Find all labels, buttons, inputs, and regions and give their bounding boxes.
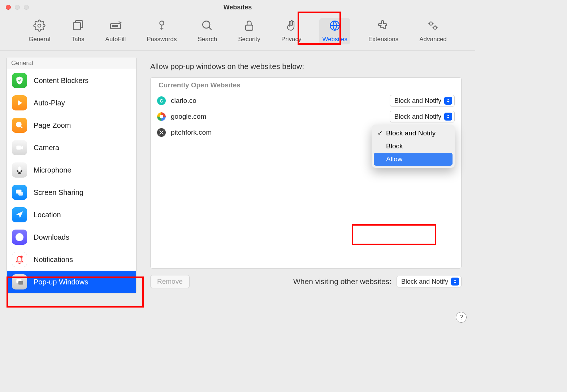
tab-label: Security — [238, 36, 260, 43]
preferences-toolbar: General Tabs AutoFill Passwords Search S… — [0, 14, 475, 51]
sidebar-item-notifications[interactable]: Notifications — [7, 248, 136, 271]
dropdown-option-block-notify[interactable]: Block and Notify — [374, 127, 453, 140]
dropdown-option-block[interactable]: Block — [374, 140, 453, 153]
download-icon — [12, 230, 27, 245]
select-value: Block and Notify — [394, 113, 441, 121]
gear-icon — [33, 19, 46, 34]
help-button[interactable]: ? — [456, 312, 467, 323]
sidebar-item-auto-play[interactable]: Auto-Play — [7, 92, 136, 114]
tab-security[interactable]: Security — [235, 18, 263, 44]
sidebar-item-label: Camera — [34, 144, 59, 152]
site-setting-select[interactable]: Block and Notify — [390, 95, 455, 106]
sidebar-item-downloads[interactable]: Downloads — [7, 226, 136, 248]
panel-heading: Allow pop-up windows on the websites bel… — [143, 57, 469, 77]
tab-advanced[interactable]: Advanced — [416, 18, 450, 44]
site-domain: clario.co — [171, 97, 196, 105]
svg-rect-16 — [18, 192, 23, 196]
settings-sidebar: General Content Blockers Auto-Play Page … — [7, 57, 137, 293]
svg-point-6 — [160, 21, 164, 25]
other-websites-label: When visiting other websites: — [293, 277, 391, 286]
sidebar-item-label: Screen Sharing — [34, 188, 83, 197]
microphone-icon — [12, 162, 27, 178]
favicon-clario: C — [157, 96, 166, 105]
search-icon — [201, 19, 213, 34]
site-domain: pitchfork.com — [171, 129, 212, 136]
sidebar-item-label: Downloads — [34, 233, 69, 241]
tab-label: AutoFill — [105, 36, 126, 43]
lock-icon — [243, 19, 255, 34]
svg-point-18 — [20, 256, 22, 258]
tab-label: Privacy — [281, 36, 302, 43]
stepper-icon — [444, 113, 452, 121]
sidebar-item-screen-sharing[interactable]: Screen Sharing — [7, 181, 136, 204]
svg-point-3 — [112, 26, 113, 27]
tab-extensions[interactable]: Extensions — [365, 18, 401, 44]
favicon-pitchfork — [157, 128, 166, 137]
favicon-google — [157, 112, 166, 121]
tab-privacy[interactable]: Privacy — [278, 18, 304, 44]
tab-label: Extensions — [368, 36, 398, 43]
svg-point-4 — [114, 26, 116, 27]
remove-button[interactable]: Remove — [150, 275, 190, 288]
svg-point-7 — [203, 21, 210, 28]
svg-point-10 — [429, 22, 433, 25]
other-setting-select[interactable]: Block and Notify — [397, 276, 462, 287]
camera-icon — [12, 140, 27, 155]
autofill-icon — [109, 19, 122, 34]
tab-passwords[interactable]: Passwords — [144, 18, 179, 44]
sidebar-item-label: Notifications — [34, 256, 73, 264]
svg-point-0 — [38, 24, 41, 27]
key-icon — [156, 19, 168, 34]
svg-rect-14 — [18, 166, 21, 171]
website-list: Currently Open Websites C clario.co Bloc… — [150, 77, 462, 269]
tab-label: Search — [198, 36, 217, 43]
tab-websites[interactable]: Websites — [319, 18, 350, 44]
sidebar-item-camera[interactable]: Camera — [7, 136, 136, 159]
bell-icon — [12, 252, 27, 267]
shield-icon — [12, 73, 27, 88]
sidebar-section-header: General — [7, 57, 136, 69]
sidebar-item-popup-windows[interactable]: Pop-up Windows — [7, 271, 136, 293]
puzzle-icon — [377, 19, 390, 34]
sidebar-item-microphone[interactable]: Microphone — [7, 159, 136, 181]
svg-rect-1 — [73, 23, 81, 30]
sidebar-item-label: Content Blockers — [34, 77, 88, 85]
play-icon — [12, 95, 27, 110]
svg-point-11 — [433, 26, 437, 29]
sidebar-item-content-blockers[interactable]: Content Blockers — [7, 69, 136, 92]
hand-icon — [285, 19, 298, 34]
svg-rect-13 — [16, 146, 21, 150]
tab-tabs[interactable]: Tabs — [69, 18, 87, 44]
select-value: Block and Notify — [401, 278, 448, 286]
windows-icon — [12, 274, 27, 289]
titlebar: Websites — [0, 0, 475, 14]
tab-label: Passwords — [147, 36, 177, 43]
globe-icon — [329, 19, 341, 34]
sidebar-item-location[interactable]: Location — [7, 204, 136, 226]
tab-autofill[interactable]: AutoFill — [103, 18, 129, 44]
svg-rect-8 — [246, 25, 253, 30]
sidebar-item-label: Location — [34, 211, 61, 219]
window-title: Websites — [0, 4, 475, 11]
svg-point-5 — [116, 26, 117, 27]
tab-label: Advanced — [419, 36, 447, 43]
tab-label: Websites — [322, 36, 347, 43]
tab-general[interactable]: General — [26, 18, 53, 44]
sidebar-item-page-zoom[interactable]: Page Zoom — [7, 114, 136, 136]
dropdown-option-allow[interactable]: Allow — [374, 153, 453, 166]
sidebar-item-label: Microphone — [34, 166, 72, 174]
stepper-icon — [451, 278, 459, 286]
screens-icon — [12, 185, 27, 200]
gears-icon — [427, 19, 439, 34]
tab-label: Tabs — [72, 36, 85, 43]
site-setting-select[interactable]: Block and Notify — [390, 111, 455, 122]
site-row[interactable]: google.com Block and Notify — [151, 109, 461, 125]
tab-search[interactable]: Search — [195, 18, 220, 44]
site-domain: google.com — [171, 113, 206, 121]
sidebar-item-label: Auto-Play — [34, 99, 65, 107]
tabs-icon — [72, 19, 84, 34]
list-section-header: Currently Open Websites — [151, 78, 461, 93]
site-row[interactable]: C clario.co Block and Notify — [151, 93, 461, 109]
svg-rect-20 — [18, 281, 23, 285]
location-icon — [12, 207, 27, 222]
